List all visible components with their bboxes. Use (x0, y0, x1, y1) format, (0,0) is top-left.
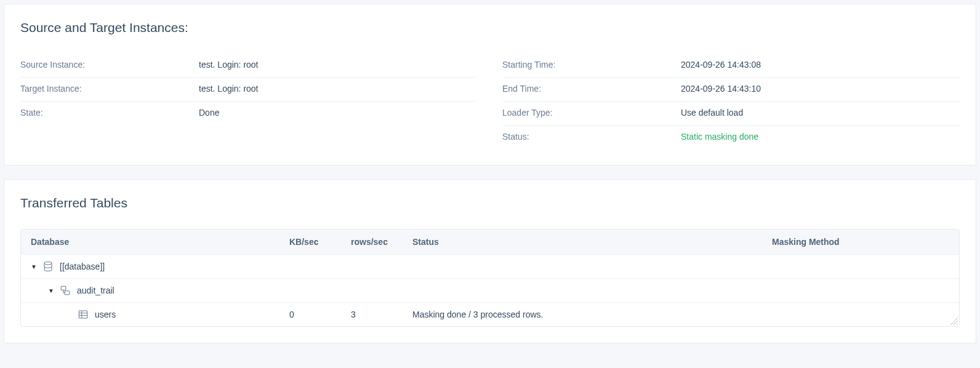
instances-col-right: Starting Time: 2024-09-26 14:43:08 End T… (502, 54, 960, 149)
target-instance-value: test. Login: root (199, 84, 259, 94)
transferred-tables: Database KB/sec rows/sec Status Masking … (21, 230, 959, 326)
source-instance-row: Source Instance: test. Login: root (20, 54, 478, 78)
tree-node-database[interactable]: ▼ [[database]] (31, 261, 270, 272)
end-time-row: End Time: 2024-09-26 14:43:10 (502, 78, 960, 102)
loader-type-row: Loader Type: Use default load (502, 102, 960, 126)
instances-grid: Source Instance: test. Login: root Targe… (20, 54, 960, 149)
tables-card: Transferred Tables Database KB/sec rows/… (4, 179, 976, 343)
starting-time-value: 2024-09-26 14:43:08 (681, 60, 761, 70)
tree-node-table[interactable]: users (31, 309, 270, 320)
status-value: Static masking done (681, 132, 758, 142)
cell-kb: 0 (279, 303, 341, 327)
svg-rect-3 (79, 311, 87, 318)
col-rows: rows/sec (341, 230, 403, 255)
source-instance-label: Source Instance: (20, 60, 199, 70)
instances-card: Source and Target Instances: Source Inst… (4, 4, 976, 166)
cell-rows: 3 (341, 303, 403, 327)
tree-node-schema[interactable]: ▼ audit_trail (31, 285, 270, 296)
tables-title: Transferred Tables (20, 196, 960, 210)
database-name: [[database]] (60, 262, 105, 271)
loader-type-label: Loader Type: (502, 108, 681, 118)
state-row: State: Done (20, 102, 478, 125)
status-label: Status: (502, 132, 681, 142)
table-header-row: Database KB/sec rows/sec Status Masking … (21, 230, 959, 255)
svg-rect-1 (61, 286, 66, 290)
starting-time-label: Starting Time: (502, 60, 681, 70)
cell-method (762, 303, 959, 327)
table-row: users 0 3 Masking done / 3 processed row… (21, 303, 959, 327)
target-instance-row: Target Instance: test. Login: root (20, 78, 478, 102)
svg-rect-2 (65, 291, 70, 295)
tables-wrapper: Database KB/sec rows/sec Status Masking … (20, 229, 960, 327)
cell-status: Masking done / 3 processed rows. (403, 303, 762, 327)
instances-col-left: Source Instance: test. Login: root Targe… (20, 54, 478, 149)
table-row: ▼ [[database]] (21, 255, 959, 279)
state-label: State: (20, 108, 199, 118)
end-time-value: 2024-09-26 14:43:10 (681, 84, 761, 94)
status-row: Status: Static masking done (502, 126, 960, 149)
end-time-label: End Time: (502, 84, 681, 94)
col-status: Status (403, 230, 762, 255)
database-icon (42, 261, 54, 272)
expand-toggle-icon[interactable]: ▼ (31, 263, 36, 270)
col-database: Database (21, 230, 279, 255)
source-instance-value: test. Login: root (199, 60, 259, 70)
loader-type-value: Use default load (681, 108, 743, 118)
starting-time-row: Starting Time: 2024-09-26 14:43:08 (502, 54, 960, 78)
col-method: Masking Method (762, 230, 959, 255)
col-kb: KB/sec (279, 230, 341, 255)
schema-name: audit_trail (77, 286, 114, 295)
target-instance-label: Target Instance: (20, 84, 199, 94)
schema-icon (60, 285, 71, 296)
svg-point-0 (44, 262, 52, 265)
table-icon (78, 309, 89, 320)
instances-title: Source and Target Instances: (20, 20, 960, 35)
expand-toggle-icon[interactable]: ▼ (48, 287, 54, 294)
state-value: Done (199, 108, 219, 118)
table-name: users (95, 310, 116, 319)
table-row: ▼ audit_trail (21, 279, 959, 303)
